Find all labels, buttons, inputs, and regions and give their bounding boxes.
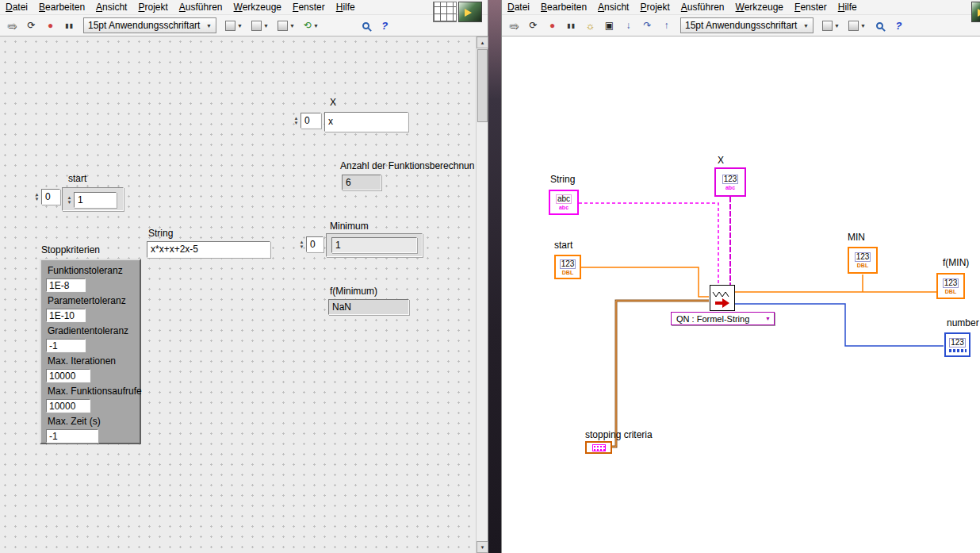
distribute-objects-dropdown[interactable]: ▼ [845,17,869,33]
help-icon: ? [381,20,388,32]
123-glyph: 123 [560,259,576,269]
menu-fenster[interactable]: Fenster [287,0,331,14]
run-icon: ⇨ [510,20,519,32]
field-label: Parametertoleranz [48,295,126,306]
pause-button[interactable]: ▮▮ [563,17,580,33]
123-glyph: 123 [855,252,871,262]
menu-ausfuehren[interactable]: Ausführen [676,0,730,14]
step-over-button[interactable]: ↷ [639,17,656,33]
run-continuous-icon: ⟳ [529,20,537,31]
stopping-criteria-terminal[interactable] [585,441,612,454]
start-terminal[interactable]: 123 DBL [554,255,581,279]
quasi-newton-vi-node[interactable] [710,285,735,311]
start-value-field[interactable]: 1 [74,192,117,208]
menu-bearbeiten[interactable]: Bearbeiten [535,0,592,14]
menu-bearbeiten[interactable]: Bearbeiten [33,0,90,14]
distribute-objects-icon [251,21,262,31]
step-over-icon: ↷ [643,20,651,31]
minimum-value-indicator: 1 [331,237,417,253]
chevron-down-icon: ▼ [289,23,295,29]
menu-ansicht[interactable]: Ansicht [592,0,634,14]
minimum-index-field[interactable]: 0 [306,236,323,252]
step-out-button[interactable]: ↑ [658,17,675,33]
parametertoleranz-field[interactable]: 1E-10 [46,309,86,322]
menu-hilfe[interactable]: Hilfe [833,0,863,14]
f-minimum-indicator: NaN [328,299,409,315]
menu-datei[interactable]: Datei [502,0,535,14]
front-panel-window: Datei Bearbeiten Ansicht Projekt Ausführ… [0,0,488,553]
max-zeit-field[interactable]: -1 [46,429,98,443]
number-terminal[interactable]: 123 [944,332,970,357]
spin-down-icon[interactable]: ▼ [66,200,73,205]
distribute-objects-dropdown[interactable]: ▼ [248,17,272,33]
x-string-field[interactable]: x [324,112,408,132]
bd-menubar: Datei Bearbeiten Ansicht Projekt Ausführ… [502,0,980,15]
run-button[interactable]: ⇨ [4,17,21,33]
spin-down-icon[interactable]: ▼ [298,244,305,249]
menu-ansicht[interactable]: Ansicht [90,0,132,14]
gradiententoleranz-field[interactable]: -1 [46,339,86,352]
scroll-up-button[interactable]: ▲ [477,36,488,48]
search-button[interactable] [358,17,374,33]
function-calls-label: Anzahl der Funktionsberechnun [340,160,474,171]
minimum-index-control[interactable]: ▲▼ 0 [298,236,323,252]
x-terminal[interactable]: 123 abc [714,167,746,197]
scroll-down-button[interactable]: ▼ [477,541,488,553]
menu-projekt[interactable]: Projekt [634,0,675,14]
field-label: Funktionstoleranz [48,265,123,276]
x-index-control[interactable]: ▲▼ 0 [293,113,321,129]
string-terminal[interactable]: abc abc [549,190,579,215]
run-continuous-button[interactable]: ⟳ [525,17,542,33]
spin-down-icon[interactable]: ▼ [33,197,40,202]
123-glyph: 123 [949,338,966,348]
max-funktionsaufrufe-field[interactable]: 10000 [46,399,90,413]
search-button[interactable] [871,17,888,33]
string-field[interactable]: x*x+x+2x-5 [147,241,270,258]
x-index-field[interactable]: 0 [301,113,321,129]
min-node-label: MIN [848,232,865,243]
align-objects-dropdown[interactable]: ▼ [819,17,843,33]
font-settings-select[interactable]: 15pt Anwendungsschriftart ▼ [680,17,813,33]
run-continuous-button[interactable]: ⟳ [23,17,40,33]
menu-fenster[interactable]: Fenster [789,0,833,14]
increment-decrement-icon[interactable]: ▲▼ [293,116,300,125]
retain-wire-values-button[interactable]: ▣ [601,17,618,33]
scrollbar-thumb[interactable] [477,49,488,122]
reorder-dropdown[interactable]: ⟲▼ [301,17,322,33]
min-terminal[interactable]: 123 DBL [848,247,878,274]
spin-down-icon[interactable]: ▼ [293,121,300,125]
help-button[interactable]: ? [377,17,393,33]
fmin-terminal[interactable]: 123 DBL [936,273,965,299]
vi-diagram-icon[interactable] [971,2,980,22]
run-button[interactable]: ⇨ [506,17,523,33]
highlight-execution-button[interactable]: ☼ [582,17,599,33]
vertical-scrollbar[interactable]: ▲ ▼ [476,36,488,553]
increment-decrement-icon[interactable]: ▲▼ [66,195,73,205]
abort-button[interactable]: ● [42,17,59,33]
menu-datei[interactable]: Datei [0,0,33,14]
increment-decrement-icon[interactable]: ▲▼ [298,240,305,249]
menu-ausfuehren[interactable]: Ausführen [174,0,228,14]
alignment-grid-icon[interactable] [433,2,457,22]
vi-selector-dropdown[interactable]: QN : Formel-String ▼ [671,312,775,325]
pause-button[interactable]: ▮▮ [61,17,78,33]
resize-objects-dropdown[interactable]: ▼ [274,17,298,33]
step-into-button[interactable]: ↓ [620,17,637,33]
abort-button[interactable]: ● [544,17,561,33]
font-settings-select[interactable]: 15pt Anwendungsschriftart ▼ [83,17,216,33]
increment-decrement-icon[interactable]: ▲▼ [33,192,40,202]
vi-panel-icon[interactable] [458,2,482,22]
menu-werkzeuge[interactable]: Werkzeuge [730,0,789,14]
start-index-field[interactable]: 0 [41,189,60,205]
align-objects-dropdown[interactable]: ▼ [222,17,246,33]
menu-projekt[interactable]: Projekt [132,0,173,14]
help-button[interactable]: ? [890,17,907,33]
start-element-control[interactable]: ▲▼ 1 [66,192,117,208]
start-index-control[interactable]: ▲▼ 0 [33,189,60,205]
max-iterationen-field[interactable]: 10000 [46,369,90,382]
function-calls-indicator: 6 [342,175,381,190]
menu-hilfe[interactable]: Hilfe [331,0,361,14]
distribute-objects-icon [848,21,859,31]
funktionstoleranz-field[interactable]: 1E-8 [46,278,86,292]
menu-werkzeuge[interactable]: Werkzeuge [228,0,287,14]
